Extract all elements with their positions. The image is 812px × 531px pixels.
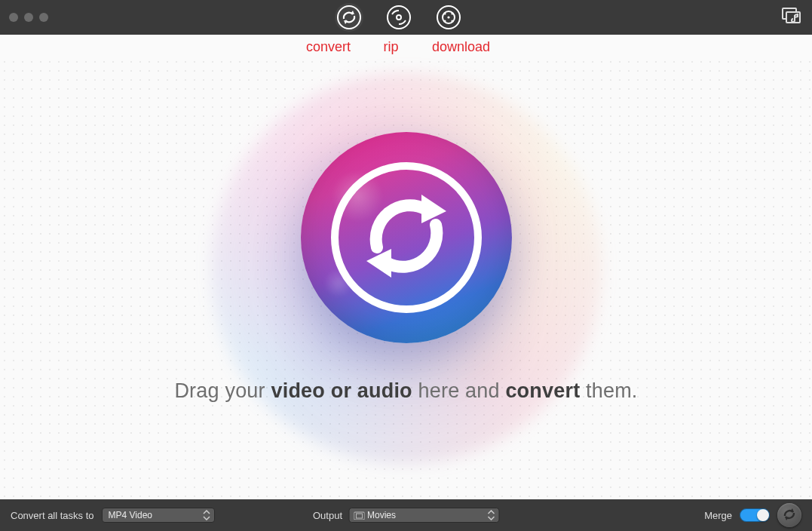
svg-point-0 [338, 6, 360, 29]
output-path-group: Output Movies [313, 508, 499, 523]
close-window-button[interactable] [9, 13, 18, 22]
convert-orb-ring [331, 162, 482, 313]
prompt-bold-1: video or audio [271, 379, 412, 402]
svg-point-9 [447, 16, 449, 18]
toggle-knob [757, 509, 769, 521]
svg-point-8 [451, 20, 453, 22]
start-button[interactable] [777, 503, 801, 527]
start-convert-icon [781, 506, 798, 525]
convert-orb [301, 132, 512, 343]
svg-point-6 [451, 12, 453, 14]
tab-rip[interactable] [385, 3, 413, 32]
prompt-text-3: them. [580, 379, 637, 402]
output-format-select[interactable]: MP4 Video [102, 508, 215, 523]
zoom-window-button[interactable] [39, 13, 48, 22]
output-folder-value: Movies [367, 510, 396, 520]
merge-label: Merge [704, 510, 732, 521]
tab-download-label: download [427, 39, 495, 55]
svg-point-7 [443, 20, 446, 22]
tab-convert[interactable] [335, 3, 363, 32]
select-stepper-icon [486, 509, 497, 521]
drop-zone[interactable]: Drag your video or audio here and conver… [0, 57, 812, 499]
bottom-right-group: Merge [704, 503, 801, 527]
tab-download[interactable] [434, 3, 463, 32]
tab-rip-label: rip [376, 39, 406, 55]
bottom-toolbar: Convert all tasks to MP4 Video Output Mo… [0, 499, 812, 531]
drop-prompt: Drag your video or audio here and conver… [174, 379, 637, 403]
svg-point-2 [397, 15, 401, 20]
convert-icon [336, 5, 362, 30]
svg-rect-13 [356, 514, 362, 518]
svg-point-5 [443, 12, 446, 14]
merge-toggle[interactable] [740, 508, 770, 522]
add-media-button[interactable] [780, 6, 803, 29]
cycle-arrows-icon [350, 180, 463, 296]
rip-icon [386, 5, 412, 30]
minimize-window-button[interactable] [24, 13, 33, 22]
output-label: Output [313, 510, 342, 521]
mode-tab-group [335, 3, 463, 32]
folder-icon [354, 511, 364, 520]
select-stepper-icon [202, 509, 213, 521]
output-folder-select[interactable]: Movies [348, 508, 499, 523]
mode-tab-labels: convert rip download [0, 35, 812, 57]
add-to-list-icon [782, 8, 801, 27]
window-controls [9, 13, 48, 22]
convert-all-label: Convert all tasks to [11, 510, 94, 521]
download-icon [436, 5, 461, 30]
prompt-text-2: here and [412, 379, 506, 402]
tab-convert-label: convert [302, 39, 355, 55]
prompt-text-1: Drag your [174, 379, 271, 402]
svg-point-1 [388, 6, 410, 29]
titlebar [0, 0, 812, 35]
prompt-bold-2: convert [505, 379, 580, 402]
output-format-value: MP4 Video [109, 510, 152, 520]
